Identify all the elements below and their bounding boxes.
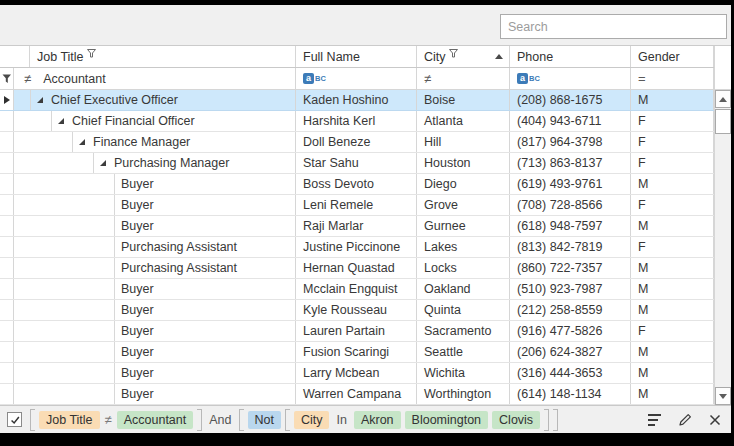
full-name-cell[interactable]: Fusion Scaringi: [296, 342, 417, 362]
table-row[interactable]: BuyerRaji MarlarGurnee(618) 948-7597M: [0, 216, 714, 237]
job-title-cell[interactable]: Purchasing Assistant: [14, 258, 296, 278]
tree-expander-icon[interactable]: [100, 160, 106, 166]
phone-cell[interactable]: (813) 842-7819: [510, 237, 631, 257]
job-title-cell[interactable]: Buyer: [14, 321, 296, 341]
scrollbar-track[interactable]: [715, 90, 731, 405]
phone-cell[interactable]: (860) 722-7357: [510, 258, 631, 278]
job-title-cell[interactable]: Finance Manager: [14, 132, 296, 152]
table-row[interactable]: Purchasing AssistantJustine PiccinoneLak…: [0, 237, 714, 258]
phone-cell[interactable]: (206) 624-3827: [510, 342, 631, 362]
gender-cell[interactable]: M: [631, 300, 714, 320]
full-name-cell[interactable]: Harshita Kerl: [296, 111, 417, 131]
filter-cell-city[interactable]: ≠: [417, 68, 510, 89]
table-row[interactable]: Chief Executive OfficerKaden HoshinoBois…: [0, 90, 714, 111]
edit-filter-icon[interactable]: [678, 413, 692, 427]
city-cell[interactable]: Hill: [417, 132, 510, 152]
full-name-cell[interactable]: Kaden Hoshino: [296, 90, 417, 110]
phone-cell[interactable]: (510) 923-7987: [510, 279, 631, 299]
column-header-gender[interactable]: Gender: [631, 46, 714, 67]
gender-cell[interactable]: F: [631, 237, 714, 257]
filter-funnel-icon[interactable]: [449, 49, 458, 58]
phone-cell[interactable]: (817) 964-3798: [510, 132, 631, 152]
city-cell[interactable]: Lakes: [417, 237, 510, 257]
filter-enabled-checkbox[interactable]: [7, 412, 22, 427]
gender-cell[interactable]: F: [631, 321, 714, 341]
filter-operator-token[interactable]: ≠: [104, 412, 113, 427]
city-cell[interactable]: Wichita: [417, 363, 510, 383]
scrollbar-thumb[interactable]: [715, 109, 731, 134]
city-cell[interactable]: Sacramento: [417, 321, 510, 341]
job-title-cell[interactable]: Buyer: [14, 300, 296, 320]
full-name-cell[interactable]: Hernan Quastad: [296, 258, 417, 278]
city-cell[interactable]: Houston: [417, 153, 510, 173]
gender-cell[interactable]: F: [631, 153, 714, 173]
full-name-cell[interactable]: Leni Remele: [296, 195, 417, 215]
full-name-cell[interactable]: Kyle Rousseau: [296, 300, 417, 320]
full-name-cell[interactable]: Justine Piccinone: [296, 237, 417, 257]
city-cell[interactable]: Seattle: [417, 342, 510, 362]
city-cell[interactable]: Atlanta: [417, 111, 510, 131]
gender-cell[interactable]: F: [631, 195, 714, 215]
gender-cell[interactable]: M: [631, 90, 714, 110]
tree-expander-icon[interactable]: [79, 139, 85, 145]
job-title-cell[interactable]: Buyer: [14, 363, 296, 383]
phone-cell[interactable]: (916) 477-5826: [510, 321, 631, 341]
table-row[interactable]: Purchasing AssistantHernan QuastadLocks(…: [0, 258, 714, 279]
phone-cell[interactable]: (316) 444-3653: [510, 363, 631, 383]
table-row[interactable]: BuyerKyle RousseauQuinta(212) 258-8559M: [0, 300, 714, 321]
filter-cell-gender[interactable]: =: [631, 68, 714, 89]
job-title-cell[interactable]: Chief Financial Officer: [14, 111, 296, 131]
job-title-cell[interactable]: Buyer: [14, 342, 296, 362]
job-title-cell[interactable]: Buyer: [14, 279, 296, 299]
scroll-down-button[interactable]: [715, 387, 731, 405]
filter-operator[interactable]: =: [638, 71, 646, 86]
tree-expander-icon[interactable]: [58, 118, 64, 124]
filter-cell-full-name[interactable]: a BC: [296, 68, 417, 89]
full-name-cell[interactable]: Lauren Partain: [296, 321, 417, 341]
filter-value-chip[interactable]: Clovis: [492, 411, 540, 429]
full-name-cell[interactable]: Doll Beneze: [296, 132, 417, 152]
filter-cell-phone[interactable]: a BC: [510, 68, 631, 89]
table-row[interactable]: BuyerBoss DevotoDiego(619) 493-9761M: [0, 174, 714, 195]
close-filter-icon[interactable]: [709, 414, 721, 426]
gender-cell[interactable]: M: [631, 216, 714, 236]
phone-cell[interactable]: (708) 728-8566: [510, 195, 631, 215]
filter-operator[interactable]: ≠: [424, 71, 431, 86]
filter-funnel-icon[interactable]: [87, 49, 96, 58]
city-cell[interactable]: Locks: [417, 258, 510, 278]
city-cell[interactable]: Diego: [417, 174, 510, 194]
full-name-cell[interactable]: Star Sahu: [296, 153, 417, 173]
filter-value-chip[interactable]: Akron: [354, 411, 401, 429]
full-name-cell[interactable]: Warren Campana: [296, 384, 417, 404]
city-cell[interactable]: Oakland: [417, 279, 510, 299]
table-row[interactable]: BuyerFusion ScaringiSeattle(206) 624-382…: [0, 342, 714, 363]
full-name-cell[interactable]: Raji Marlar: [296, 216, 417, 236]
full-name-cell[interactable]: Larry Mcbean: [296, 363, 417, 383]
column-header-city[interactable]: City: [417, 46, 510, 67]
table-row[interactable]: BuyerMcclain EngquistOakland(510) 923-79…: [0, 279, 714, 300]
gender-cell[interactable]: F: [631, 132, 714, 152]
phone-cell[interactable]: (208) 868-1675: [510, 90, 631, 110]
filter-value-chip[interactable]: Accountant: [117, 411, 194, 429]
gender-cell[interactable]: M: [631, 384, 714, 404]
job-title-cell[interactable]: Purchasing Assistant: [14, 237, 296, 257]
city-cell[interactable]: Gurnee: [417, 216, 510, 236]
gender-cell[interactable]: M: [631, 363, 714, 383]
phone-cell[interactable]: (404) 943-6711: [510, 111, 631, 131]
phone-cell[interactable]: (618) 948-7597: [510, 216, 631, 236]
filter-operator[interactable]: ≠: [24, 71, 31, 86]
job-title-cell[interactable]: Buyer: [14, 384, 296, 404]
phone-cell[interactable]: (212) 258-8559: [510, 300, 631, 320]
gender-cell[interactable]: M: [631, 342, 714, 362]
filter-menu-icon[interactable]: [648, 414, 661, 426]
table-row[interactable]: BuyerLeni RemeleGrove(708) 728-8566F: [0, 195, 714, 216]
table-row[interactable]: Purchasing ManagerStar SahuHouston(713) …: [0, 153, 714, 174]
search-input[interactable]: [500, 14, 727, 39]
scroll-up-button[interactable]: [715, 90, 731, 108]
job-title-cell[interactable]: Chief Executive Officer: [14, 90, 296, 110]
filter-field-chip[interactable]: City: [294, 411, 330, 429]
job-title-cell[interactable]: Buyer: [14, 174, 296, 194]
column-header-job-title[interactable]: Job Title: [30, 46, 296, 67]
city-cell[interactable]: Grove: [417, 195, 510, 215]
gender-cell[interactable]: M: [631, 258, 714, 278]
